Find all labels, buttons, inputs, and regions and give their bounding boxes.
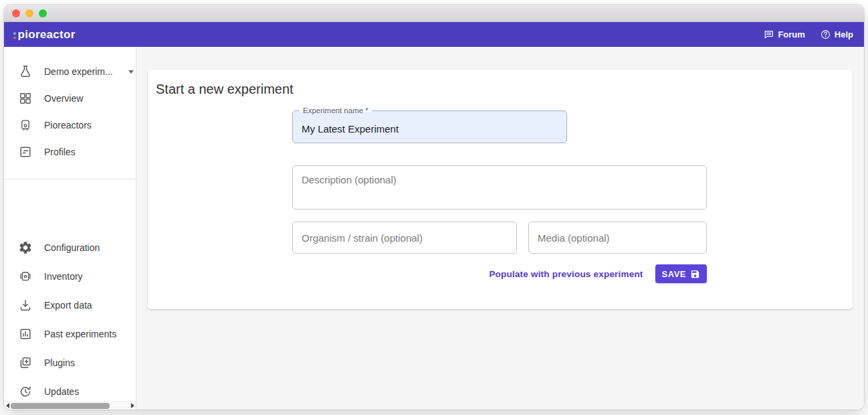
save-floppy-icon <box>690 269 700 279</box>
app-window: pioreactor Forum <box>4 5 864 410</box>
body-row: Demo experim... Overview <box>4 47 864 410</box>
plugins-icon <box>18 355 33 370</box>
sidebar-item-label: Profiles <box>44 147 76 157</box>
sidebar-item-label: Past experiments <box>44 329 116 339</box>
close-window-button[interactable] <box>12 9 20 17</box>
sidebar-item-label: Overview <box>44 93 83 104</box>
bar-chart-icon <box>18 327 33 341</box>
experiment-name-input[interactable] <box>293 111 566 143</box>
header-nav: Forum Help <box>763 29 853 40</box>
new-experiment-form: Experiment name * Populate with previous… <box>292 110 707 283</box>
gear-icon <box>18 240 33 255</box>
logo-colon-icon <box>13 32 16 39</box>
download-icon <box>18 298 33 313</box>
help-link[interactable]: Help <box>820 29 853 40</box>
sidebar: Demo experim... Overview <box>4 47 136 410</box>
pioreactor-logo[interactable]: pioreactor <box>13 28 76 42</box>
scrollbar-track[interactable] <box>11 402 129 410</box>
sidebar-item-label: Pioreactors <box>44 120 92 131</box>
sidebar-item-past-experiments[interactable]: Past experiments <box>4 319 136 348</box>
form-actions: Populate with previous experiment SAVE <box>292 264 707 283</box>
sidebar-item-configuration[interactable]: Configuration <box>4 233 136 262</box>
sidebar-item-label: Inventory <box>44 271 83 282</box>
profiles-icon <box>18 145 33 159</box>
dashboard-icon <box>18 91 33 106</box>
help-icon <box>820 29 831 40</box>
scroll-left-arrow-icon[interactable] <box>4 402 11 410</box>
new-experiment-card: Start a new experiment Experiment name * <box>148 70 853 309</box>
media-input[interactable] <box>528 222 707 254</box>
save-button-label: SAVE <box>662 269 686 279</box>
sidebar-item-overview[interactable]: Overview <box>4 85 136 112</box>
page-title: Start a new experiment <box>148 70 853 98</box>
scroll-right-arrow-icon[interactable] <box>129 402 136 410</box>
sidebar-group-tools: Configuration Inventory <box>4 233 136 406</box>
experiment-selector-label: Demo experim... <box>44 66 113 77</box>
minimize-window-button[interactable] <box>25 9 33 17</box>
forum-label: Forum <box>778 29 804 39</box>
help-label: Help <box>835 29 853 39</box>
description-input[interactable] <box>292 165 707 210</box>
sidebar-divider <box>4 179 136 179</box>
inventory-icon <box>18 269 33 284</box>
updates-icon <box>18 384 33 399</box>
sidebar-item-profiles[interactable]: Profiles <box>4 139 136 165</box>
logo-text: pioreactor <box>18 28 76 42</box>
pioreactor-icon <box>18 118 33 133</box>
sidebar-item-export-data[interactable]: Export data <box>4 290 136 319</box>
sidebar-item-pioreactors[interactable]: Pioreactors <box>4 112 136 139</box>
main-content: Start a new experiment Experiment name * <box>136 47 864 410</box>
flask-icon <box>18 64 33 79</box>
sidebar-item-label: Export data <box>44 300 92 311</box>
organism-media-row <box>292 222 707 254</box>
sidebar-item-label: Plugins <box>44 357 75 368</box>
zoom-window-button[interactable] <box>39 9 47 17</box>
sidebar-item-inventory[interactable]: Inventory <box>4 262 136 290</box>
traffic-lights <box>12 9 47 17</box>
screenshot-canvas: pioreactor Forum <box>0 0 868 415</box>
app-header: pioreactor Forum <box>4 22 864 47</box>
populate-previous-experiment-button[interactable]: Populate with previous experiment <box>489 269 643 279</box>
forum-link[interactable]: Forum <box>763 29 804 40</box>
organism-input[interactable] <box>292 222 517 254</box>
save-button[interactable]: SAVE <box>655 264 707 283</box>
chevron-down-icon <box>128 70 134 74</box>
scrollbar-thumb[interactable] <box>11 403 110 409</box>
forum-chat-icon <box>763 29 774 40</box>
sidebar-item-label: Configuration <box>44 242 100 253</box>
sidebar-item-plugins[interactable]: Plugins <box>4 348 136 377</box>
sidebar-item-label: Updates <box>44 386 79 397</box>
experiment-name-field: Experiment name * <box>292 110 567 143</box>
experiment-selector[interactable]: Demo experim... <box>4 58 136 85</box>
window-titlebar[interactable] <box>4 5 864 22</box>
sidebar-horizontal-scrollbar[interactable] <box>4 401 136 410</box>
